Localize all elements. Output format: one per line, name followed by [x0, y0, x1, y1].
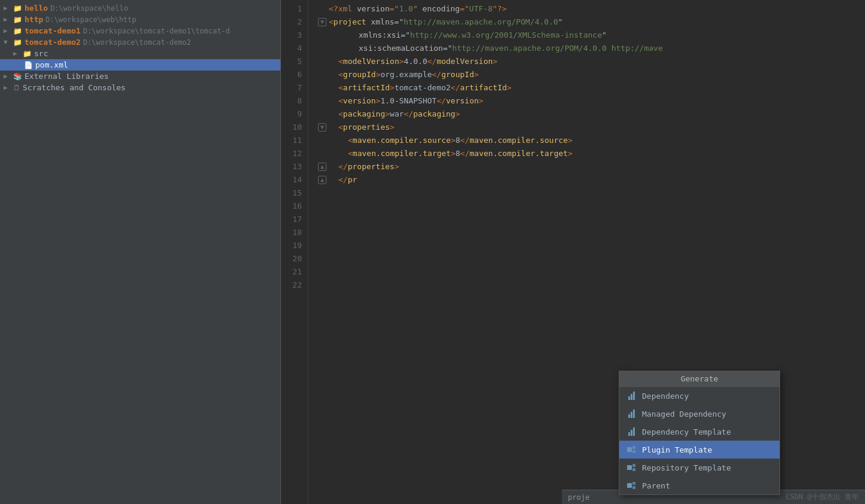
menu-item-parent-label: Parent	[642, 481, 670, 490]
code-line-1: <?xml version="1.0" encoding="UTF-8"?>	[318, 2, 865, 16]
scratches-icon: 🗒	[13, 84, 20, 92]
sidebar: ▶ 📁 hello D:\workspace\hello ▶ 📁 http D:…	[0, 0, 281, 504]
expand-arrow-libs[interactable]: ▶	[4, 72, 13, 80]
project-label-tomcat1: tomcat-demo1	[25, 26, 81, 35]
sidebar-item-src[interactable]: ▶ 📁 src	[0, 48, 280, 59]
sidebar-item-tomcat-demo1[interactable]: ▶ 📁 tomcat-demo1 D:\workspace\tomcat-dem…	[0, 25, 280, 36]
project-path-tomcat1: D:\workspace\tomcat-demo1\tomcat-d	[83, 27, 230, 35]
sidebar-item-external-libs[interactable]: ▶ 📚 External Libraries	[0, 71, 280, 82]
code-line-5: <modelVersion>4.0.0</modelVersion>	[318, 55, 865, 68]
menu-item-dependency[interactable]: Dependency	[619, 387, 780, 405]
repo-template-icon	[625, 462, 637, 474]
code-line-12: <packaging>war</packaging>	[318, 108, 865, 121]
line-numbers: 1 2 3 4 5 6 7 8 9 10 11 12 13 14 15 16 1…	[281, 0, 308, 504]
project-path-hello: D:\workspace\hello	[50, 4, 128, 13]
dependency-template-icon	[625, 426, 637, 438]
code-line-3: xmlns:xsi="http://www.w3.org/2001/XMLSch…	[318, 29, 865, 42]
svg-rect-0	[627, 447, 632, 452]
menu-item-repo-template-label: Repository Template	[642, 463, 731, 472]
project-label-hello: hello	[25, 4, 48, 13]
libs-icon: 📚	[13, 72, 22, 81]
dependency-icon	[625, 390, 637, 402]
managed-dependency-icon	[625, 408, 637, 420]
sidebar-item-hello[interactable]: ▶ 📁 hello D:\workspace\hello	[0, 2, 280, 14]
folder-label-src: src	[34, 49, 48, 58]
expand-arrow-src[interactable]: ▶	[13, 50, 23, 57]
code-line-14: ▼ <properties>	[318, 121, 865, 134]
svg-rect-2	[632, 450, 635, 453]
code-line-15: <maven.compiler.source>8</maven.compiler…	[318, 134, 865, 147]
folder-icon-tomcat1: 📁	[13, 27, 22, 35]
code-area[interactable]: <?xml version="1.0" encoding="UTF-8"?> ▼…	[308, 0, 865, 504]
sidebar-item-pom-xml[interactable]: 📄 pom.xml	[0, 59, 280, 71]
context-menu: Generate Dependency Managed Dep	[619, 371, 780, 495]
file-label-pom: pom.xml	[35, 60, 68, 69]
menu-item-managed-label: Managed Dependency	[642, 410, 726, 419]
code-line-9: <version>1.0-SNAPSHOT</version>	[318, 94, 865, 108]
code-line-2: ▼ <project xmlns="http://maven.apache.or…	[318, 16, 865, 29]
libs-label: External Libraries	[25, 72, 109, 81]
folder-icon-src: 📁	[23, 50, 32, 58]
watermark: CSDN @十假杰出 青年	[785, 492, 859, 502]
project-label-tomcat2: tomcat-demo2	[25, 38, 81, 47]
expand-arrow-scratches[interactable]: ▶	[4, 84, 13, 91]
svg-rect-5	[632, 468, 635, 471]
svg-rect-6	[627, 483, 632, 488]
folder-icon-http: 📁	[13, 16, 22, 24]
menu-item-dependency-label: Dependency	[642, 392, 689, 401]
code-line-16: <maven.compiler.target>8</maven.compiler…	[318, 147, 865, 160]
scratches-label: Scratches and Consoles	[23, 83, 126, 92]
code-line-17: ▲ </properties>	[318, 160, 865, 173]
project-path-http: D:\workspace\web\http	[45, 16, 136, 24]
code-line-8: <artifactId>tomcat-demo2</artifactId>	[318, 81, 865, 94]
menu-item-parent[interactable]: Parent	[619, 476, 780, 494]
menu-item-plugin-template-label: Plugin Template	[642, 445, 712, 454]
expand-arrow-tomcat1[interactable]: ▶	[4, 27, 13, 35]
sidebar-item-scratches[interactable]: ▶ 🗒 Scratches and Consoles	[0, 82, 280, 93]
svg-rect-1	[632, 446, 635, 449]
folder-icon-hello: 📁	[13, 4, 22, 13]
menu-item-plugin-template[interactable]: Plugin Template	[619, 441, 780, 459]
expand-arrow-hello[interactable]: ▶	[4, 4, 13, 12]
svg-rect-7	[632, 482, 635, 485]
project-label-http: http	[25, 15, 43, 24]
svg-rect-3	[627, 465, 632, 470]
project-path-tomcat2: D:\workspace\tomcat-demo2	[83, 38, 191, 47]
menu-item-dep-template-label: Dependency Template	[642, 427, 731, 436]
code-line-4: xsi:schemaLocation="http://maven.apache.…	[318, 42, 865, 55]
expand-arrow-http[interactable]: ▶	[4, 16, 13, 23]
menu-item-managed-dependency[interactable]: Managed Dependency	[619, 405, 780, 423]
editor-panel: 1 2 3 4 5 6 7 8 9 10 11 12 13 14 15 16 1…	[281, 0, 865, 504]
plugin-template-icon	[625, 444, 637, 456]
code-line-22: ▲ </pr	[318, 173, 865, 187]
sidebar-item-http[interactable]: ▶ 📁 http D:\workspace\web\http	[0, 14, 280, 25]
sidebar-item-tomcat-demo2[interactable]: ▼ 📁 tomcat-demo2 D:\workspace\tomcat-dem…	[0, 36, 280, 48]
statusbar-left: proje	[568, 493, 589, 502]
svg-rect-8	[632, 486, 635, 489]
file-icon-pom: 📄	[24, 61, 33, 69]
folder-icon-tomcat2: 📁	[13, 38, 22, 47]
menu-item-repository-template[interactable]: Repository Template	[619, 459, 780, 476]
expand-arrow-tomcat2[interactable]: ▼	[4, 38, 13, 46]
context-menu-title: Generate	[619, 371, 780, 387]
parent-icon	[625, 479, 637, 491]
code-line-7: <groupId>org.example</groupId>	[318, 68, 865, 81]
svg-rect-4	[632, 464, 635, 467]
menu-item-dependency-template[interactable]: Dependency Template	[619, 423, 780, 441]
